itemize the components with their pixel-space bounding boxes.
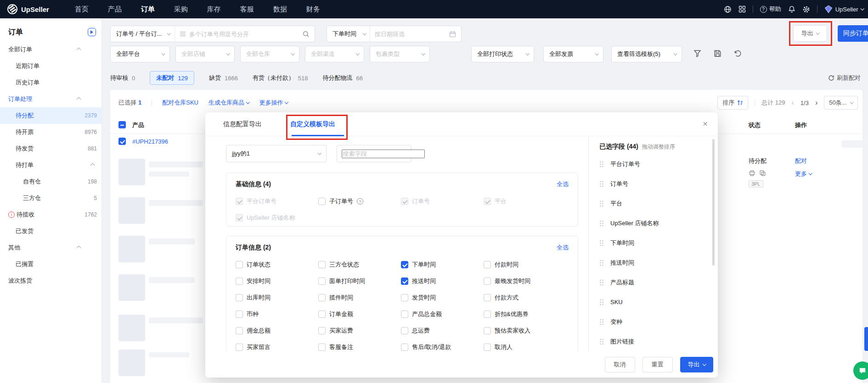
nav-item-finance[interactable]: 财务 (306, 5, 320, 14)
search-type-select[interactable]: 订单号 / 平台订... (111, 26, 175, 42)
sidebar-item-third-party-warehouse[interactable]: 三方仓5 (0, 190, 101, 206)
checkbox[interactable] (236, 327, 243, 334)
sidebar-item-on-hold[interactable]: 已搁置 (0, 256, 101, 272)
field-checkbox-item[interactable]: 面单打印时间 (318, 278, 401, 285)
filter-platform-select[interactable]: 全部平台 (110, 46, 170, 62)
sidebar-group-others[interactable]: 其他 (0, 239, 101, 256)
nav-item-products[interactable]: 产品 (108, 5, 122, 14)
checkbox[interactable] (401, 294, 408, 301)
checkbox[interactable] (236, 311, 243, 318)
edge-widget-tab[interactable] (864, 327, 868, 351)
funnel-icon[interactable] (693, 50, 702, 58)
selected-field-item[interactable]: 产品标题 (599, 272, 718, 292)
selected-field-item[interactable]: SKU (599, 292, 718, 312)
sidebar-group-order-processing[interactable]: 订单处理 (0, 91, 101, 107)
globe-icon[interactable] (724, 6, 732, 13)
modal-export-button[interactable]: 导出 (680, 357, 714, 372)
reset-button[interactable]: 重置 (643, 357, 673, 372)
more-action-link[interactable]: 更多 (795, 170, 812, 178)
drag-handle-icon[interactable] (599, 339, 604, 345)
nav-item-service[interactable]: 客服 (240, 5, 254, 14)
field-checkbox-item[interactable]: 预估卖家收入 (484, 327, 566, 334)
field-checkbox-item[interactable]: 订单号 (401, 198, 484, 205)
date-range-input[interactable] (375, 31, 445, 38)
checkbox[interactable] (318, 198, 326, 205)
checkbox[interactable] (401, 327, 408, 334)
sidebar-item-shipped[interactable]: 已发货 (0, 223, 101, 239)
checkbox[interactable] (318, 261, 326, 268)
print-label-icon[interactable] (749, 170, 755, 177)
drag-handle-icon[interactable] (599, 319, 604, 325)
field-checkbox-item[interactable]: 平台 (484, 198, 566, 205)
checkbox[interactable] (318, 327, 326, 334)
checkbox[interactable] (401, 311, 408, 318)
field-checkbox-item[interactable]: 安排时间 (236, 278, 318, 285)
checkbox[interactable] (401, 198, 408, 205)
field-checkbox-item[interactable]: 推送时间 (401, 278, 484, 285)
filter-invoice-select[interactable]: 全部发票 (543, 46, 603, 62)
checkbox[interactable] (318, 311, 326, 318)
bell-icon[interactable] (788, 6, 795, 13)
status-tab-in-stock-unpaid[interactable]: 有货（未付款）518 (253, 74, 308, 82)
checkbox[interactable] (318, 278, 326, 285)
field-checkbox-item[interactable]: 出库时间 (236, 294, 318, 301)
status-tab-to-allocate-logistics[interactable]: 待分配物流66 (323, 74, 363, 82)
nav-item-inventory[interactable]: 库存 (207, 5, 221, 14)
drag-handle-icon[interactable] (599, 161, 604, 167)
filter-print-status-select[interactable]: 全部打印状态 (471, 46, 534, 62)
next-page-arrow[interactable]: › (815, 99, 817, 107)
sidebar-item-own-warehouse[interactable]: 自有仓198 (0, 173, 101, 190)
sidebar-item-recent-orders[interactable]: 近期订单 (0, 58, 101, 74)
order-number-link[interactable]: #UPH217396 (132, 138, 168, 145)
field-checkbox-item[interactable]: 买家留言 (236, 344, 318, 351)
nav-item-purchase[interactable]: 采购 (174, 5, 188, 14)
field-search-input[interactable] (342, 150, 425, 158)
nav-item-data[interactable]: 数据 (273, 5, 287, 14)
checkbox[interactable] (236, 198, 243, 205)
panel-scrollbar[interactable] (712, 139, 715, 266)
tab-custom-template-export[interactable]: 自定义模板导出 (290, 120, 335, 128)
more-actions-link[interactable]: 更多操作 (259, 99, 288, 107)
checkbox[interactable] (318, 344, 326, 351)
date-type-select[interactable]: 下单时间 (327, 26, 370, 42)
field-checkbox-item[interactable]: 买家运费 (318, 327, 401, 334)
drag-handle-icon[interactable] (599, 181, 604, 187)
drag-handle-icon[interactable] (599, 200, 604, 207)
template-select[interactable]: jjyy的1 (226, 145, 327, 162)
filter-warehouse-select[interactable]: 全部仓库 (240, 46, 299, 62)
field-checkbox-item[interactable]: 最晚发货时间 (484, 278, 566, 285)
sidebar-item-all-orders[interactable]: 全部订单 (0, 41, 101, 58)
selected-field-item[interactable]: 推送时间 (599, 253, 718, 272)
row-checkbox[interactable] (118, 138, 126, 145)
selected-field-item[interactable]: 图片链接 (599, 332, 718, 351)
checkbox[interactable] (236, 294, 243, 301)
field-checkbox-item[interactable]: 佣金总额 (236, 327, 318, 334)
drag-handle-icon[interactable] (599, 220, 604, 227)
page-size-select[interactable]: 50条... (824, 96, 858, 110)
sidebar-item-to-pickup[interactable]: i待揽收1762 (0, 206, 101, 223)
sort-button[interactable]: 排序 (717, 96, 748, 110)
checkbox[interactable] (401, 261, 408, 268)
checkbox[interactable] (236, 278, 243, 285)
checkbox[interactable] (401, 344, 408, 351)
field-checkbox-item[interactable]: 揽件时间 (318, 294, 401, 301)
prev-page-arrow[interactable]: ‹ (791, 99, 794, 107)
checkbox[interactable] (484, 311, 491, 318)
field-checkbox-item[interactable]: 下单时间 (401, 261, 484, 268)
status-tab-out-of-stock[interactable]: 缺货1666 (209, 74, 238, 82)
selected-field-item[interactable]: UpSeller 店铺名称 (599, 213, 718, 233)
generate-warehouse-product-link[interactable]: 生成仓库商品 (209, 99, 249, 107)
customer-service-chat-button[interactable] (853, 361, 868, 380)
calendar-icon[interactable] (449, 31, 456, 38)
sidebar-item-to-ship[interactable]: 待发货881 (0, 140, 101, 157)
close-icon[interactable]: × (703, 119, 708, 129)
checkbox[interactable] (236, 344, 243, 351)
sidebar-item-to-invoice[interactable]: 待开票8976 (0, 124, 101, 140)
checkbox[interactable] (236, 214, 243, 222)
help-menu[interactable]: ? 帮助 (760, 5, 781, 13)
filter-template-select[interactable]: 查看筛选模板(5) (611, 46, 682, 62)
sidebar-item-to-print[interactable]: 待打单 (0, 157, 101, 173)
field-checkbox-item[interactable]: 三方仓状态 (318, 261, 401, 268)
select-all-link[interactable]: 全选 (557, 244, 569, 252)
undo-icon[interactable] (734, 50, 742, 58)
